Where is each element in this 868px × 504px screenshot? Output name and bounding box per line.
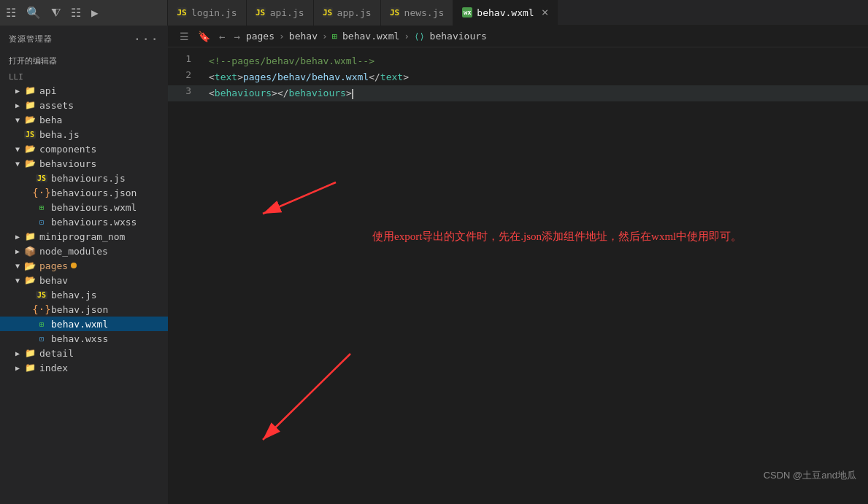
sidebar-item-behaviours-wxss[interactable]: ⊡ behaviours.wxss	[0, 214, 168, 229]
sidebar-item-beha-js[interactable]: JS beha.js	[0, 127, 168, 141]
sidebar-item-pages-behav-json[interactable]: {·} behav.json	[0, 302, 168, 317]
tab-api-label: api.js	[270, 7, 304, 18]
git-icon[interactable]: ⧨	[51, 6, 61, 20]
tab-login[interactable]: JS login.js	[168, 0, 247, 26]
arrow-index: ▶	[12, 364, 23, 372]
tab-behav-icon: wx	[462, 7, 472, 18]
line-num-1: 1	[168, 53, 203, 64]
line-num-2: 2	[168, 69, 203, 80]
tab-news[interactable]: JS news.js	[381, 0, 454, 26]
sidebar-label-behaviours-wxml: behaviours.wxml	[51, 202, 137, 213]
tab-app-icon: JS	[323, 7, 333, 18]
sidebar-label-pages-behav-json: behav.json	[51, 304, 108, 315]
sidebar-label-behaviours: behaviours	[39, 158, 96, 169]
sidebar-item-pages[interactable]: ▼ 📂 pages	[0, 258, 168, 273]
folder-pages-behav-icon: 📂	[23, 274, 37, 286]
folder-components-icon: 📂	[23, 143, 37, 155]
tab-app-label: app.js	[337, 7, 372, 18]
sidebar-item-api[interactable]: ▶ 📁 api	[0, 83, 168, 98]
code-line-2: 2 <text>pages/behav/behav.wxml</text>	[168, 69, 868, 85]
folder-api-icon: 📁	[23, 85, 37, 96]
js-pages-behav-icon: JS	[35, 289, 48, 301]
sidebar-label-pages-behav-js: behav.js	[51, 290, 97, 301]
breadcrumb-bookmark-icon[interactable]: 🔖	[195, 29, 213, 44]
tab-api[interactable]: JS api.js	[247, 0, 314, 26]
sidebar-item-miniprogram[interactable]: ▶ 📁 miniprogram_nom	[0, 229, 168, 244]
sidebar-item-pages-behav-wxml[interactable]: ⊞ behav.wxml	[0, 317, 168, 331]
sidebar-label-pages-behav-wxml: behav.wxml	[51, 319, 108, 330]
sidebar-more-icon[interactable]: ···	[133, 31, 159, 47]
breadcrumb-back-icon[interactable]: ←	[216, 29, 228, 44]
arrow-assets: ▶	[12, 101, 23, 109]
sidebar-label-behaviours-js: behaviours.js	[51, 173, 126, 184]
tab-behav[interactable]: wx behav.wxml ×	[453, 0, 558, 26]
sidebar-toggle-icon[interactable]: ☰	[177, 29, 192, 44]
js-behaviours-icon: JS	[35, 172, 48, 184]
sidebar-item-detail[interactable]: ▶ 📁 detail	[0, 346, 168, 360]
tab-api-icon: JS	[256, 7, 266, 18]
sidebar-item-pages-behav[interactable]: ▼ 📂 behav	[0, 273, 168, 287]
tab-behav-close[interactable]: ×	[542, 7, 549, 18]
search-icon[interactable]: 🔍	[26, 6, 41, 20]
sidebar-item-assets[interactable]: ▶ 📁 assets	[0, 98, 168, 112]
line-num-3: 3	[168, 85, 203, 96]
wxml-pages-behav-icon: ⊞	[35, 318, 48, 330]
sidebar-label-detail: detail	[39, 348, 74, 359]
folder-beha-icon: 📂	[23, 114, 37, 125]
sidebar-label-behaviours-wxss: behaviours.wxss	[51, 217, 137, 228]
sidebar-item-behaviours-js[interactable]: JS behaviours.js	[0, 171, 168, 185]
code-text-1: <!--pages/behav/behav.wxml-->	[203, 53, 868, 69]
wxml-behaviours-icon: ⊞	[35, 201, 48, 213]
sidebar-item-components[interactable]: ▼ 📂 components	[0, 141, 168, 156]
sidebar-item-behaviours[interactable]: ▼ 📂 behaviours	[0, 156, 168, 171]
sidebar-item-index[interactable]: ▶ 📁 index	[0, 360, 168, 375]
sidebar-label-node-modules: node_modules	[39, 246, 108, 257]
sidebar-header: 资源管理器 ···	[0, 26, 168, 53]
sidebar-item-node-modules[interactable]: ▶ 📦 node_modules	[0, 244, 168, 258]
arrow-behaviours: ▼	[12, 160, 23, 168]
workspace-label: lli	[0, 69, 168, 83]
code-line-1: 1 <!--pages/behav/behav.wxml-->	[168, 53, 868, 69]
breadcrumb-pages: pages	[246, 31, 274, 42]
extensions-icon[interactable]: ☷	[71, 6, 81, 20]
sidebar-label-behaviours-json: behaviours.json	[51, 187, 137, 198]
tab-login-label: login.js	[191, 7, 237, 18]
editor-content[interactable]: 1 <!--pages/behav/behav.wxml--> 2 <text>…	[168, 47, 868, 504]
breadcrumb-tag-icon: ⟨⟩	[414, 31, 424, 42]
sidebar-item-behaviours-wxml[interactable]: ⊞ behaviours.wxml	[0, 200, 168, 214]
sidebar-item-pages-behav-wxss[interactable]: ⊡ behav.wxss	[0, 331, 168, 346]
sidebar-label-index: index	[39, 363, 68, 373]
pages-badge	[71, 263, 77, 268]
breadcrumb-behav-wxml: behav.wxml	[342, 31, 399, 42]
top-icons-bar: ☷ 🔍 ⧨ ☷ ▶	[0, 0, 168, 26]
wxss-behaviours-icon: ⊡	[35, 216, 48, 228]
sidebar-label-pages: pages	[39, 260, 68, 271]
sidebar-item-behaviours-json[interactable]: {·} behaviours.json	[0, 185, 168, 200]
tab-app[interactable]: JS app.js	[314, 0, 381, 26]
sidebar: 资源管理器 ··· 打开的编辑器 lli ▶ 📁 api ▶ 📁 assets …	[0, 26, 168, 504]
folder-assets-icon: 📁	[23, 99, 37, 111]
main-layout: 资源管理器 ··· 打开的编辑器 lli ▶ 📁 api ▶ 📁 assets …	[0, 26, 868, 504]
arrow-pages: ▼	[12, 262, 23, 270]
sidebar-label-pages-behav-wxss: behav.wxss	[51, 333, 108, 344]
tab-login-icon: JS	[177, 7, 187, 18]
tab-bar: ☷ 🔍 ⧨ ☷ ▶ JS login.js JS api.js JS app.j…	[0, 0, 868, 26]
sidebar-label-pages-behav: behav	[39, 275, 68, 286]
folder-behaviours-icon: 📂	[23, 158, 37, 169]
arrow-pages-behav: ▼	[12, 276, 23, 284]
arrow-node-modules: ▶	[12, 247, 23, 255]
breadcrumb-forward-icon[interactable]: →	[231, 29, 242, 44]
arrow-components: ▼	[12, 145, 23, 153]
code-line-3: 3 <behaviours></behaviours>	[168, 85, 868, 101]
open-editors-label: 打开的编辑器	[0, 53, 168, 69]
sidebar-label-miniprogram: miniprogram_nom	[39, 231, 125, 242]
breadcrumb-behaviours: behaviours	[430, 31, 487, 42]
folder-pages-icon: 📂	[23, 260, 37, 271]
arrow-detail: ▶	[12, 349, 23, 357]
sidebar-item-pages-behav-js[interactable]: JS behav.js	[0, 287, 168, 302]
debug-icon[interactable]: ▶	[91, 6, 99, 20]
sidebar-item-beha[interactable]: ▼ 📂 beha	[0, 112, 168, 127]
files-icon[interactable]: ☷	[6, 6, 16, 20]
arrow-api: ▶	[12, 87, 23, 95]
arrow-miniprogram: ▶	[12, 233, 23, 241]
